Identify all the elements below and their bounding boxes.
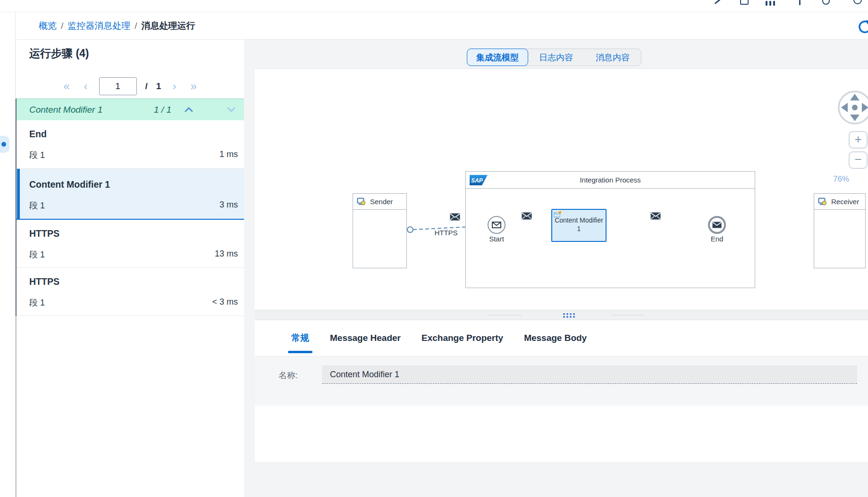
tab-message-header[interactable]: Message Header: [330, 320, 401, 356]
zoom-in-button[interactable]: +: [849, 131, 868, 149]
step-group-header[interactable]: Content Modifier 1 1 / 1: [16, 99, 244, 120]
panel-left-border-lower: [16, 316, 17, 497]
zoom-level-label: 76%: [826, 174, 856, 184]
horizontal-splitter[interactable]: [255, 310, 868, 320]
list-item-step-content-modifier[interactable]: Content Modifier 1 段 1 3 ms: [16, 169, 244, 220]
step-duration: 13 ms: [215, 249, 238, 259]
integration-process-header: SAP Integration Process: [466, 172, 755, 189]
participant-icon: [357, 198, 366, 206]
chevron-up-icon[interactable]: [183, 107, 195, 112]
collapsed-side-rail: [0, 0, 16, 497]
refresh-icon[interactable]: [857, 18, 868, 35]
pool-sender-header: Sender: [353, 194, 406, 210]
pool-sender[interactable]: Sender: [353, 193, 407, 268]
tab-message-body[interactable]: Message Body: [524, 320, 587, 356]
next-page-button[interactable]: ›: [169, 81, 179, 92]
step-duration: < 3 ms: [212, 297, 238, 307]
step-name: End: [29, 129, 47, 140]
content-modifier-icon: [554, 211, 562, 218]
bell-icon[interactable]: [822, 0, 830, 5]
list-item-step-end[interactable]: End 段 1 1 ms: [16, 120, 244, 169]
edit-icon[interactable]: [715, 0, 721, 4]
divider-icon: [799, 0, 801, 5]
message-envelope-icon: [712, 222, 722, 228]
selection-bar: [17, 169, 20, 219]
message-envelope-icon: [522, 212, 532, 220]
step-duration: 3 ms: [219, 200, 238, 210]
run-steps-panel: 运行步骤 (4) « ‹ / 1 › » Content Modifier 1 …: [16, 40, 244, 497]
pool-receiver-header: Receiver: [814, 194, 865, 210]
app-grid-icon[interactable]: [766, 1, 780, 6]
breadcrumb-bar: 概览 / 监控器消息处理 / 消息处理运行: [16, 12, 868, 40]
page-total: 1: [156, 81, 161, 91]
integration-process-title: Integration Process: [466, 172, 755, 189]
tab-integration-flow-model[interactable]: 集成流模型: [467, 49, 528, 66]
detail-tab-bar: 常规 Message Header Exchange Property Mess…: [255, 320, 868, 356]
last-page-button[interactable]: »: [187, 81, 199, 92]
breadcrumb-separator: /: [135, 21, 137, 31]
step-duration: 1 ms: [219, 149, 238, 159]
message-envelope-icon: [492, 222, 501, 228]
handle-dot-icon: [1, 142, 6, 147]
prev-page-button[interactable]: ‹: [81, 81, 91, 92]
general-form: 名称:: [255, 356, 868, 406]
panel-left-border: [16, 99, 17, 316]
participant-icon: [818, 198, 827, 206]
content-modifier-label-line2: 1: [552, 224, 606, 233]
chevron-down-icon[interactable]: [225, 107, 237, 112]
breadcrumb-link-monitor[interactable]: 监控器消息处理: [67, 20, 130, 32]
breadcrumb-current: 消息处理运行: [142, 20, 195, 32]
breadcrumb-separator: /: [61, 21, 63, 31]
name-field[interactable]: [322, 365, 857, 384]
message-envelope-icon: [450, 213, 460, 221]
step-name: HTTPS: [29, 228, 59, 239]
breadcrumb-link-overview[interactable]: 概览: [39, 20, 57, 32]
name-field-label: 名称:: [278, 370, 312, 381]
message-envelope-icon: [650, 212, 661, 220]
run-steps-list: Content Modifier 1 1 / 1 End 段 1 1 ms Co…: [16, 99, 244, 316]
detail-content-area: [255, 406, 868, 462]
end-event-label: End: [698, 235, 736, 243]
tab-general[interactable]: 常规: [291, 320, 309, 356]
pool-sender-label: Sender: [370, 198, 393, 206]
panel-expand-handle[interactable]: [0, 136, 9, 153]
adapter-label: HTTPS: [425, 229, 467, 237]
iflow-diagram-canvas[interactable]: Sender Receiver: [255, 68, 868, 310]
notes-icon[interactable]: [740, 0, 749, 5]
group-position: 1 / 1: [154, 105, 171, 115]
splitter-line: [611, 315, 644, 315]
splitter-line: [489, 315, 522, 315]
steps-paginator: « ‹ / 1 › »: [16, 75, 244, 97]
tab-exchange-property[interactable]: Exchange Property: [421, 320, 503, 356]
list-item-step-https-1[interactable]: HTTPS 段 1 13 ms: [16, 220, 244, 268]
step-segment: 段 1: [29, 297, 45, 308]
panel-title-count: (4): [76, 47, 89, 59]
step-segment: 段 1: [29, 249, 45, 260]
page-separator: /: [145, 81, 148, 91]
tab-message-content[interactable]: 消息内容: [584, 49, 641, 66]
breadcrumb: 概览 / 监控器消息处理 / 消息处理运行: [39, 12, 195, 40]
start-event-node[interactable]: [488, 216, 506, 234]
first-page-button[interactable]: «: [60, 81, 72, 92]
list-item-step-https-2[interactable]: HTTPS 段 1 < 3 ms: [16, 268, 244, 316]
pool-receiver-label: Receiver: [831, 198, 859, 206]
zoom-out-button[interactable]: −: [849, 151, 868, 169]
start-event-label: Start: [478, 235, 515, 243]
group-title: Content Modifier 1: [29, 105, 154, 115]
step-name: Content Modifier 1: [29, 179, 110, 190]
pan-compass-icon[interactable]: [836, 89, 868, 126]
end-event-node[interactable]: [708, 216, 726, 234]
avatar-icon[interactable]: [853, 0, 862, 4]
content-modifier-node[interactable]: Content Modifier 1: [551, 209, 607, 242]
step-segment: 段 1: [29, 149, 45, 161]
step-name: HTTPS: [29, 276, 59, 287]
tab-general-label: 常规: [291, 332, 309, 344]
splitter-grip-icon[interactable]: [531, 310, 607, 321]
step-segment: 段 1: [29, 200, 45, 211]
shell-toolbar-strip: [0, 0, 868, 12]
view-switcher: 集成流模型 日志内容 消息内容: [467, 49, 641, 66]
tab-log-content[interactable]: 日志内容: [528, 49, 584, 66]
pool-receiver[interactable]: Receiver: [814, 193, 866, 268]
message-processing-run-page: 概览 / 监控器消息处理 / 消息处理运行 运行步骤 (4) « ‹ / 1 ›…: [0, 0, 868, 497]
page-number-input[interactable]: [99, 77, 137, 95]
